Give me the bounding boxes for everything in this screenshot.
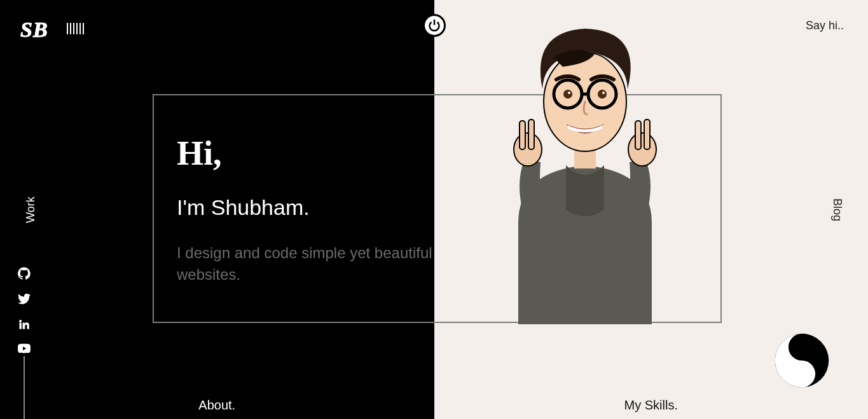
- about-link[interactable]: About.: [0, 398, 434, 413]
- power-icon: [428, 19, 441, 32]
- svg-point-12: [598, 90, 607, 99]
- youtube-icon[interactable]: [18, 343, 31, 356]
- svg-point-13: [568, 92, 570, 94]
- svg-point-14: [602, 92, 605, 94]
- menu-icon[interactable]: [67, 23, 84, 34]
- twitter-icon[interactable]: [18, 292, 31, 308]
- say-hi-link[interactable]: Say hi..: [806, 19, 844, 32]
- svg-point-16: [798, 343, 806, 351]
- svg-rect-1: [520, 121, 525, 149]
- avatar: [493, 13, 677, 324]
- svg-point-17: [798, 370, 806, 378]
- power-button[interactable]: [423, 14, 446, 37]
- linkedin-icon[interactable]: [18, 318, 31, 333]
- github-icon[interactable]: [18, 267, 31, 282]
- skills-link[interactable]: My Skills.: [434, 398, 869, 413]
- hero-tagline: I design and code simple yet beautiful w…: [177, 242, 444, 285]
- social-links: [18, 267, 31, 356]
- yin-yang-button[interactable]: [774, 333, 830, 388]
- svg-point-3: [628, 133, 656, 166]
- yin-yang-icon: [774, 333, 830, 388]
- svg-rect-2: [528, 120, 534, 149]
- work-link[interactable]: Work: [24, 196, 38, 223]
- svg-point-11: [563, 90, 572, 99]
- blog-link[interactable]: Blog: [830, 198, 844, 221]
- svg-rect-4: [635, 121, 641, 149]
- logo[interactable]: SB: [20, 18, 48, 42]
- bottom-links: About. My Skills.: [0, 398, 868, 413]
- svg-rect-5: [644, 120, 650, 149]
